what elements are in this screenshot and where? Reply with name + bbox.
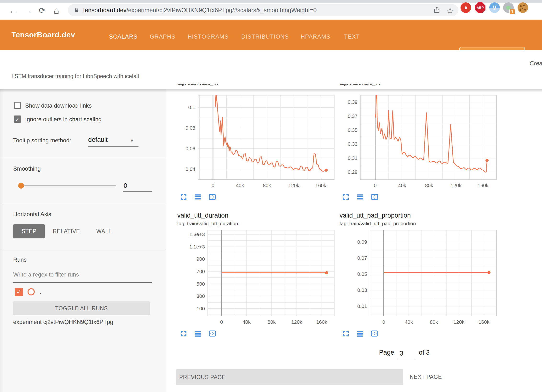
smoothing-slider-thumb[interactable] (18, 183, 24, 189)
svg-text:0.06: 0.06 (185, 146, 195, 151)
fullscreen-chart-icon[interactable] (180, 330, 187, 337)
svg-text:0.04: 0.04 (185, 166, 195, 172)
tooltip-sorting-select[interactable]: default (88, 136, 108, 144)
cookie-extension-icon[interactable] (518, 2, 528, 13)
chart-plot[interactable]: 1003005007009001.1e+31.3e+3040k80k120k16… (177, 230, 337, 327)
ignore-outliers-checkbox[interactable]: ✓ (14, 115, 21, 123)
smoothing-label: Smoothing (13, 165, 41, 172)
axis-relative-button[interactable]: RELATIVE (53, 228, 80, 235)
fullscreen-chart-icon[interactable] (180, 193, 187, 201)
svg-text:0.37: 0.37 (348, 113, 357, 119)
fullscreen-chart-icon[interactable] (342, 193, 350, 201)
axis-wall-button[interactable]: WALL (96, 228, 112, 235)
svg-text:1.1e+3: 1.1e+3 (189, 244, 205, 249)
smoothing-value[interactable]: 0 (124, 182, 127, 190)
chart-plot[interactable]: 0.040.060.080.1040k80k120k160k (177, 95, 337, 190)
fit-domain-icon[interactable] (371, 193, 378, 201)
extension-badge: 1 (509, 9, 515, 15)
show-download-links-checkbox[interactable] (14, 102, 21, 109)
svg-text:300: 300 (196, 293, 205, 299)
svg-text:40k: 40k (398, 183, 406, 188)
svg-text:700: 700 (196, 269, 205, 274)
svg-text:500: 500 (196, 281, 205, 287)
svg-text:40k: 40k (242, 319, 251, 325)
home-icon[interactable]: ⌂ (54, 6, 59, 15)
svg-text:0.33: 0.33 (348, 141, 357, 147)
chart-plot[interactable]: 0.010.030.050.070.09040k80k120k160k (340, 230, 499, 327)
svg-text:0.39: 0.39 (348, 99, 357, 105)
svg-text:0: 0 (212, 183, 214, 188)
svg-text:0.05: 0.05 (357, 271, 367, 277)
chart-title: valid_utt_pad_proportion (340, 212, 411, 219)
log-scale-lines-icon[interactable] (194, 193, 202, 201)
sidebar-divider (0, 158, 166, 158)
svg-text:900: 900 (196, 256, 205, 262)
fit-domain-icon[interactable] (371, 330, 378, 337)
created-text-fragment: Crea (530, 60, 542, 67)
tab-histograms[interactable]: HISTOGRAMS (188, 33, 229, 40)
chevron-down-icon[interactable]: ▾ (131, 138, 133, 144)
tab-text[interactable]: TEXT (344, 33, 360, 40)
vimium-extension-icon[interactable]: V (489, 2, 500, 13)
svg-text:0.09: 0.09 (357, 239, 367, 245)
settings-sidebar: Show data download links ✓ Ignore outlie… (0, 89, 166, 392)
log-scale-lines-icon[interactable] (356, 330, 364, 337)
svg-text:100: 100 (196, 306, 205, 311)
chart-toolbar (342, 330, 378, 337)
lock-icon (73, 7, 80, 13)
svg-text:1.3e+3: 1.3e+3 (189, 231, 205, 237)
tab-hparams[interactable]: HPARAMS (301, 33, 330, 40)
svg-text:120k: 120k (453, 319, 464, 325)
page-of-label: of 3 (419, 349, 430, 356)
log-scale-lines-icon[interactable] (194, 330, 202, 337)
next-page-button[interactable]: NEXT PAGE (410, 374, 442, 380)
svg-text:0: 0 (382, 319, 385, 325)
toggle-all-runs-button[interactable]: TOGGLE ALL RUNS (13, 301, 150, 315)
fit-domain-icon[interactable] (208, 193, 216, 201)
profile-extension-icon[interactable]: 1 (503, 2, 514, 13)
fit-domain-icon[interactable] (208, 330, 216, 337)
chart-tag: tag: train/valid_utt_duration (177, 221, 238, 226)
bookmark-star-icon[interactable]: ☆ (446, 6, 454, 16)
url-bar[interactable]: tensorboard.dev/experiment/cj2vtPiwQHKN9… (68, 4, 458, 16)
svg-text:80k: 80k (430, 319, 438, 325)
tab-distributions[interactable]: DISTRIBUTIONS (241, 33, 289, 40)
svg-text:0.31: 0.31 (348, 155, 357, 161)
abp-extension-icon[interactable]: ABP (475, 2, 485, 13)
share-icon[interactable] (433, 6, 441, 14)
chart-toolbar (180, 193, 216, 201)
experiment-id-label: experiment cj2vtPiwQHKN9Q1tx6PTpg (13, 319, 113, 325)
smoothing-value-underline (123, 191, 152, 192)
adblock-extension-icon[interactable] (461, 2, 471, 13)
refresh-icon[interactable]: ⟳ (39, 6, 46, 15)
sidebar-divider (0, 205, 166, 205)
runs-filter-input[interactable] (13, 271, 147, 278)
svg-text:0.1: 0.1 (188, 104, 195, 110)
axis-step-button[interactable]: STEP (13, 224, 45, 238)
forward-icon[interactable]: → (24, 6, 33, 15)
svg-text:160k: 160k (479, 319, 490, 325)
back-icon[interactable]: ← (9, 6, 18, 15)
url-host: tensorboard.dev (83, 7, 127, 13)
run-checkbox[interactable]: ✓ (15, 288, 23, 296)
chart-toolbar (342, 193, 378, 201)
run-name: . (40, 289, 41, 295)
experiment-strip: Crea LSTM transducer training for LibriS… (0, 50, 542, 89)
run-color-swatch[interactable] (28, 288, 35, 295)
svg-text:40k: 40k (405, 319, 413, 325)
page-number-input[interactable] (398, 349, 415, 359)
scroll-shadow (0, 89, 542, 92)
page: ← → ⟳ ⌂ tensorboard.dev/experiment/cj2vt… (0, 0, 542, 392)
chart-tag: tag: train/valid_utt_pad_proportion (340, 221, 416, 226)
smoothing-slider-track[interactable] (19, 185, 116, 186)
fullscreen-chart-icon[interactable] (342, 330, 350, 337)
tab-scalars[interactable]: SCALARS (109, 33, 138, 40)
svg-text:160k: 160k (316, 319, 327, 325)
svg-text:0.03: 0.03 (357, 287, 367, 293)
tab-graphs[interactable]: GRAPHS (150, 33, 175, 40)
previous-page-button[interactable]: PREVIOUS PAGE (176, 369, 403, 385)
log-scale-lines-icon[interactable] (356, 193, 364, 201)
chart-plot[interactable]: 0.290.310.330.350.370.39040k80k120k160k (340, 95, 499, 190)
svg-text:160k: 160k (478, 183, 489, 188)
svg-text:120k: 120k (291, 319, 302, 325)
